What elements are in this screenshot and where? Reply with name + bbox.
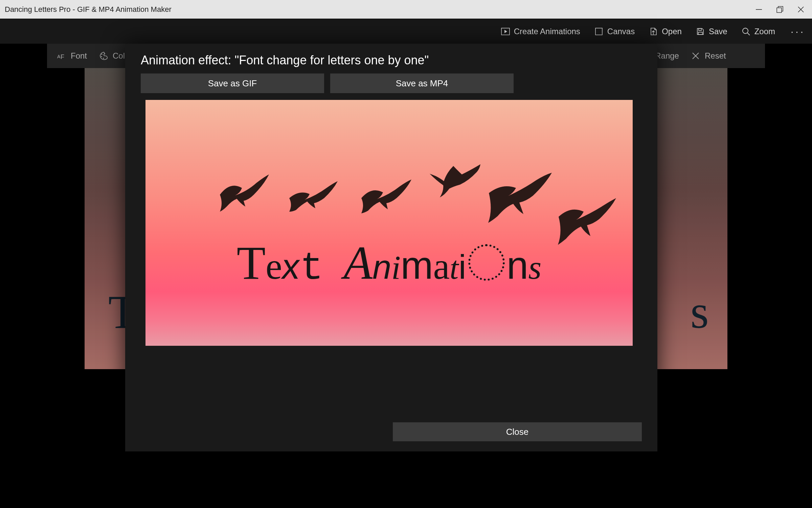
svg-rect-10 [698, 32, 702, 35]
zoom-button[interactable]: Zoom [742, 27, 775, 36]
maximize-button[interactable] [776, 6, 784, 13]
zoom-icon [742, 27, 750, 36]
canvas-icon [594, 27, 603, 36]
font-button[interactable]: AF Font [57, 51, 87, 61]
birds-silhouette [145, 161, 633, 235]
font-label: Font [71, 51, 87, 61]
zoom-label: Zoom [754, 27, 775, 36]
appbar: Create Animations Canvas Open Save Zoom … [0, 19, 812, 44]
animation-effect-dialog: Animation effect: "Font change for lette… [125, 44, 657, 451]
dialog-footer: Close [393, 422, 642, 441]
preview-letter: t [450, 249, 458, 287]
save-button[interactable]: Save [696, 27, 727, 36]
save-as-mp4-button[interactable]: Save as MP4 [330, 73, 514, 93]
animation-preview: T e x t A n i m a t i n s [145, 100, 633, 346]
preview-letter: i [458, 248, 466, 287]
titlebar: Dancing Letters Pro - GIF & MP4 Animatio… [0, 0, 812, 19]
font-icon: AF [57, 51, 66, 60]
preview-letter: A [343, 235, 373, 290]
preview-text: T e x t A n i m a t i n s [145, 235, 633, 291]
preview-letter: a [433, 245, 450, 288]
svg-marker-6 [504, 30, 507, 33]
preview-letter: e [266, 245, 282, 288]
svg-point-15 [101, 54, 102, 55]
play-rect-icon [501, 27, 510, 36]
window-title: Dancing Letters Pro - GIF & MP4 Animatio… [5, 5, 172, 14]
window-controls [755, 6, 805, 13]
svg-point-17 [103, 58, 104, 59]
dialog-title: Animation effect: "Font change for lette… [125, 44, 657, 73]
palette-icon [99, 51, 108, 60]
svg-point-16 [101, 56, 102, 57]
reset-button[interactable]: Reset [691, 51, 726, 61]
svg-point-11 [743, 28, 748, 34]
more-icon: ··· [791, 26, 805, 37]
more-button[interactable]: ··· [791, 26, 805, 37]
preview-letter: T [237, 235, 266, 290]
preview-letter-dotted-o [468, 244, 505, 281]
open-icon [649, 27, 658, 36]
preview-letter: s [528, 248, 542, 287]
preview-letter: n [373, 248, 391, 287]
svg-text:A: A [57, 54, 61, 59]
open-label: Open [662, 27, 682, 36]
svg-text:F: F [61, 54, 64, 60]
save-icon [696, 27, 705, 36]
preview-letter: x [279, 246, 302, 287]
reset-icon [691, 51, 700, 60]
save-label: Save [709, 27, 727, 36]
open-button[interactable]: Open [649, 27, 682, 36]
svg-rect-7 [595, 28, 602, 35]
create-animations-button[interactable]: Create Animations [501, 27, 580, 36]
save-as-gif-button[interactable]: Save as GIF [141, 73, 324, 93]
close-button[interactable]: Close [393, 422, 642, 441]
preview-letter: i [391, 248, 401, 287]
canvas-text-right: s [691, 284, 709, 339]
close-window-button[interactable] [797, 6, 805, 13]
minimize-button[interactable] [755, 6, 763, 13]
dialog-export-buttons: Save as GIF Save as MP4 [125, 73, 657, 100]
svg-rect-9 [699, 28, 701, 30]
preview-letter: t [300, 246, 323, 291]
canvas-button[interactable]: Canvas [594, 27, 635, 36]
preview-letter: n [507, 243, 528, 288]
reset-label: Reset [705, 51, 726, 61]
canvas-label: Canvas [607, 27, 635, 36]
preview-letter: m [401, 243, 433, 288]
svg-line-12 [747, 33, 750, 35]
create-animations-label: Create Animations [514, 27, 580, 36]
svg-rect-2 [777, 8, 782, 13]
